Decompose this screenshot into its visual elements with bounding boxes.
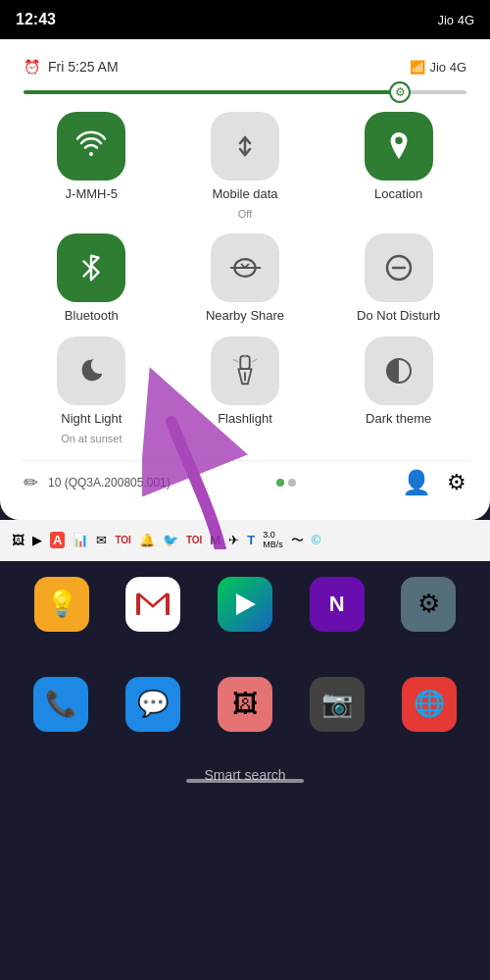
dock-photos[interactable]: 🖼 [204,677,286,732]
notif-icon-sheets: 📊 [73,533,88,547]
dock-phone[interactable]: 📞 [20,677,102,732]
brightness-thumb[interactable] [389,81,411,103]
dock-camera[interactable]: 📷 [296,677,378,732]
app-icon-settings[interactable]: ⚙ [386,577,470,632]
notif-icon-telegram: ✈ [228,533,239,547]
dock-chrome[interactable]: 🌐 [388,677,470,732]
tile-wifi[interactable]: J-MMH-5 [20,112,164,220]
notif-icon-medium: M [210,533,220,547]
notif-icon-wave: 〜 [291,532,304,549]
messages-icon: 💬 [125,677,180,732]
qs-signal: 📶 Jio 4G [410,60,466,75]
gmail-icon [125,577,180,632]
qs-header: ⏰ Fri 5:25 AM 📶 Jio 4G [20,51,470,82]
nearby-share-tile-label: Nearby Share [206,308,284,324]
alarm-icon: ⏰ [24,59,40,75]
location-tile-icon [365,112,433,181]
signal-bars-icon: 📶 [410,60,425,75]
brightness-row[interactable] [20,90,470,94]
location-tile-label: Location [374,186,422,202]
tile-mobile-data[interactable]: Mobile data Off [173,112,318,220]
date-text: Fri 5:25 AM [48,59,119,75]
dock-messages[interactable]: 💬 [112,677,194,732]
tile-bluetooth[interactable]: Bluetooth [20,233,164,324]
flashlight-tile-icon [211,336,279,405]
qs-date: ⏰ Fri 5:25 AM [24,59,119,75]
app-icon-gmail[interactable] [112,577,196,632]
smart-search[interactable]: Smart search [0,759,490,791]
tile-dark-theme[interactable]: Dark theme [326,336,470,444]
notif-icon-toi2: TOI [186,535,202,545]
app-icon-play[interactable] [203,577,287,632]
build-number: 10 (QQ3A.200805.001) [48,476,171,490]
mobile-data-tile-icon [211,112,279,181]
wifi-tile-icon [57,112,125,181]
settings-icon[interactable]: ⚙ [447,470,466,495]
onenote-icon: N [310,577,365,632]
dnd-tile-icon [365,233,433,302]
app-icon-onenote[interactable]: N [295,577,379,632]
play-store-icon [218,577,272,632]
notif-icon-toi1: TOI [115,535,130,545]
signal-label: Jio 4G [429,60,466,75]
avatar-icon[interactable]: 👤 [402,469,431,496]
phone-icon: 📞 [33,677,88,732]
wifi-tile-label: J-MMH-5 [66,186,118,202]
dnd-tile-label: Do Not Disturb [357,308,440,324]
nearby-share-tile-icon [211,233,279,302]
svg-marker-8 [236,593,256,615]
notif-icon-bell: 🔔 [139,533,155,547]
notif-icon-t: T [247,533,255,547]
tile-night-light[interactable]: Night Light On at sunset [20,336,164,444]
mobile-data-tile-label: Mobile data [212,186,277,202]
tile-dnd[interactable]: Do Not Disturb [326,233,470,324]
notification-bar: 🖼 ▶ A 📊 ✉ TOI 🔔 🐦 TOI M ✈ T 3.0MB/s 〜 © [0,520,490,561]
dark-theme-tile-icon [365,336,433,405]
qs-footer-left: ✏ 10 (QQ3A.200805.001) [24,472,171,493]
notif-icon-youtube: ▶ [32,533,42,547]
home-indicator[interactable] [186,779,304,783]
home-screen: 💡 N ⚙ [0,561,490,791]
dot-inactive [288,479,296,487]
edit-icon[interactable]: ✏ [24,472,38,493]
night-light-tile-icon [57,336,125,405]
notif-icon-gallery: 🖼 [12,533,24,547]
notif-icon-twitter: 🐦 [163,533,178,547]
settings-app-icon: ⚙ [401,577,456,632]
app-icon-lightbulb[interactable]: 💡 [20,577,104,632]
svg-point-0 [395,137,403,145]
brightness-slider[interactable] [24,90,466,94]
dock: 📞 💬 🖼 📷 🌐 [0,669,490,740]
status-signal: Jio 4G [437,13,474,27]
notif-icon-drive: A [50,532,65,548]
qs-footer: ✏ 10 (QQ3A.200805.001) 👤 ⚙ [20,460,470,500]
quick-settings-panel: ⏰ Fri 5:25 AM 📶 Jio 4G J-MMH-5 [0,39,490,520]
bluetooth-tile-label: Bluetooth [65,308,119,324]
tile-location[interactable]: Location [326,112,470,220]
notif-speed: 3.0MB/s [263,531,283,550]
svg-rect-6 [136,593,140,615]
qs-footer-right: 👤 ⚙ [402,469,466,496]
app-grid: 💡 N ⚙ [0,561,490,640]
camera-icon: 📷 [310,677,365,732]
svg-rect-7 [166,593,170,615]
mobile-data-sublabel: Off [238,208,252,220]
dark-theme-tile-label: Dark theme [366,411,431,427]
flashlight-tile-label: Flashlight [218,411,272,427]
night-light-tile-label: Night Light [61,411,122,427]
notif-icon-gmail: ✉ [96,533,107,547]
tile-nearby-share[interactable]: Nearby Share [173,233,318,324]
status-bar: 12:43 Jio 4G [0,0,490,39]
bluetooth-tile-icon [57,233,125,302]
notif-icon-c: © [312,533,321,547]
chrome-icon: 🌐 [402,677,457,732]
status-time: 12:43 [16,11,56,28]
dot-indicator [276,479,296,487]
tiles-grid: J-MMH-5 Mobile data Off Location [20,112,470,444]
lightbulb-icon: 💡 [34,577,89,632]
dot-active [276,479,284,487]
tile-flashlight[interactable]: Flashlight [173,336,318,444]
photos-icon: 🖼 [218,677,272,732]
night-light-sublabel: On at sunset [61,433,122,444]
